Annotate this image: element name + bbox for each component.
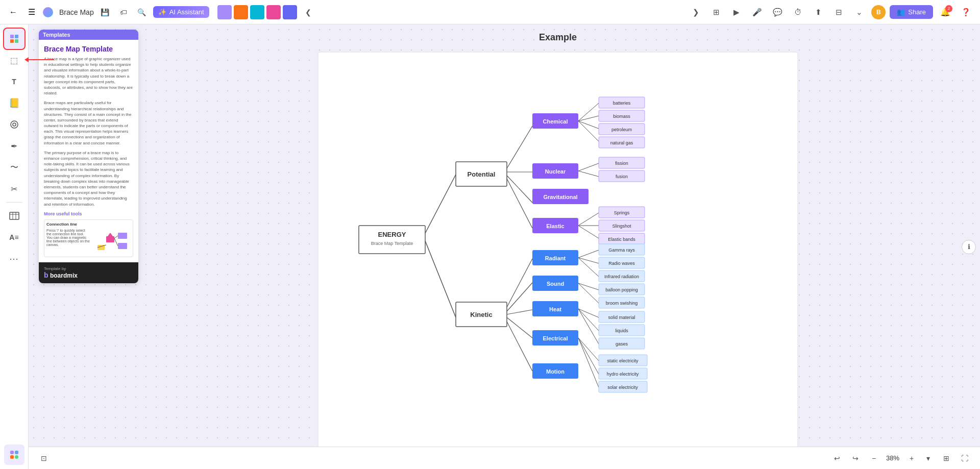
present-button[interactable]: ⊡ bbox=[37, 451, 51, 465]
svg-text:Motion: Motion bbox=[546, 368, 565, 375]
sidebar-item-table[interactable] bbox=[4, 206, 24, 226]
expand-button[interactable]: ❯ bbox=[688, 4, 704, 20]
share-icon: 👥 bbox=[897, 8, 905, 16]
collapse-button[interactable]: ❮ bbox=[301, 5, 315, 19]
svg-rect-10 bbox=[10, 451, 14, 454]
svg-text:Sound: Sound bbox=[547, 281, 564, 287]
svg-text:hydro electricity: hydro electricity bbox=[607, 372, 639, 377]
redo-button[interactable]: ↪ bbox=[848, 451, 863, 465]
svg-text:gases: gases bbox=[616, 341, 628, 347]
svg-text:Nuclear: Nuclear bbox=[545, 168, 566, 175]
sidebar-item-note[interactable]: 📒 bbox=[4, 93, 24, 113]
zoom-level[interactable]: 38% bbox=[883, 453, 902, 463]
play-button[interactable]: ▶ bbox=[728, 4, 745, 20]
main-layout: ⬚ T 📒 ✒ 〜 ✂ A≡ ··· bbox=[0, 24, 980, 469]
grid-button[interactable]: ⊞ bbox=[708, 4, 724, 20]
tag-button[interactable]: 🏷 bbox=[116, 5, 131, 19]
zoom-out-button[interactable]: − bbox=[867, 451, 881, 465]
svg-text:Slingshot: Slingshot bbox=[612, 224, 631, 229]
svg-text:Radio waves: Radio waves bbox=[608, 261, 635, 266]
svg-rect-3 bbox=[15, 39, 18, 43]
tab-4[interactable] bbox=[266, 5, 281, 19]
doc-title: Brace Map bbox=[59, 8, 94, 16]
template-panel-body: Brace Map Template A brace map is a type… bbox=[39, 40, 138, 262]
templates-icon bbox=[9, 34, 19, 44]
sidebar-item-shapes[interactable] bbox=[4, 114, 24, 135]
sidebar-item-dots[interactable]: ··· bbox=[4, 249, 24, 269]
fit-screen-button[interactable]: ⊞ bbox=[939, 451, 953, 465]
fullscreen-button[interactable]: ⛶ bbox=[958, 451, 972, 465]
svg-text:fission: fission bbox=[615, 161, 628, 166]
chevron-button[interactable]: ⌄ bbox=[851, 4, 867, 20]
svg-text:balloon popping: balloon popping bbox=[605, 287, 638, 292]
menu-button[interactable]: ☰ bbox=[24, 5, 39, 19]
tab-1[interactable] bbox=[217, 5, 232, 19]
svg-text:Elastic bands: Elastic bands bbox=[608, 237, 635, 242]
table-icon bbox=[9, 212, 19, 220]
svg-rect-11 bbox=[15, 451, 18, 454]
canvas-area[interactable]: Templates Brace Map Template A brace map… bbox=[29, 24, 980, 469]
tab-2[interactable] bbox=[234, 5, 248, 19]
sidebar-item-textbox[interactable]: A≡ bbox=[4, 227, 24, 248]
help-button[interactable]: ❓ bbox=[958, 4, 974, 20]
svg-text:liquids: liquids bbox=[615, 328, 628, 333]
zoom-dropdown-button[interactable]: ▾ bbox=[921, 451, 935, 465]
template-panel-header: Templates bbox=[39, 30, 138, 40]
template-desc3: The primary purpose of a brace map is to… bbox=[44, 150, 133, 207]
tab-3[interactable] bbox=[250, 5, 264, 19]
sidebar-item-pen[interactable]: ✒ bbox=[4, 136, 24, 156]
zoom-in-button[interactable]: + bbox=[904, 451, 919, 465]
footer-template-text: Template by bbox=[44, 266, 78, 271]
header-left: ← ☰ Brace Map 💾 🏷 🔍 ✨ AI Assistant ❮ bbox=[6, 5, 315, 19]
template-footer: Template by b boardmix bbox=[39, 262, 138, 283]
brace-map-svg: ENERGY Brace Map Template Potential Chem… bbox=[313, 47, 803, 465]
svg-point-13 bbox=[15, 455, 18, 459]
sidebar-item-text[interactable]: T bbox=[4, 71, 24, 92]
info-button[interactable]: ℹ bbox=[962, 240, 976, 254]
comment-button[interactable]: 💬 bbox=[769, 4, 786, 20]
bottom-right: ↩ ↪ − 38% + ▾ ⊞ ⛶ bbox=[830, 451, 972, 465]
svg-rect-16 bbox=[118, 233, 127, 239]
layout-button[interactable]: ⊟ bbox=[830, 4, 847, 20]
timer-button[interactable]: ⏱ bbox=[790, 4, 806, 20]
svg-text:petroleum: petroleum bbox=[611, 127, 632, 132]
svg-text:Heat: Heat bbox=[549, 306, 561, 312]
sidebar-item-scissors[interactable]: ✂ bbox=[4, 179, 24, 199]
template-title: Brace Map Template bbox=[44, 45, 133, 53]
save-button[interactable]: 💾 bbox=[98, 5, 112, 19]
svg-rect-1 bbox=[15, 35, 18, 38]
template-tool-card: Connection line Press '/' to quickly sel… bbox=[44, 219, 133, 257]
export-button[interactable]: ⬆ bbox=[810, 4, 826, 20]
template-desc: A brace map is a type of graphic organiz… bbox=[44, 56, 133, 96]
svg-rect-0 bbox=[10, 35, 14, 38]
share-button[interactable]: 👥 Share bbox=[890, 5, 933, 19]
tool-content: Press '/' to quickly select the connecti… bbox=[46, 229, 131, 255]
voice-button[interactable]: 🎤 bbox=[749, 4, 765, 20]
svg-text:broom swishing: broom swishing bbox=[606, 301, 638, 306]
notification-badge: 2 bbox=[945, 5, 952, 12]
sidebar-item-library[interactable] bbox=[4, 445, 24, 465]
svg-point-4 bbox=[11, 121, 18, 128]
back-button[interactable]: ← bbox=[6, 5, 20, 19]
svg-rect-17 bbox=[118, 243, 127, 249]
svg-line-19 bbox=[114, 236, 118, 238]
sidebar-item-templates[interactable] bbox=[4, 29, 24, 49]
tool-diagram-svg bbox=[95, 229, 131, 254]
undo-button[interactable]: ↩ bbox=[830, 451, 844, 465]
arrow-head bbox=[24, 57, 29, 62]
logo-icon: b bbox=[44, 271, 48, 279]
mini-diagram bbox=[95, 229, 131, 255]
red-arrow bbox=[29, 59, 54, 60]
template-desc2: Brace maps are particularly useful for u… bbox=[44, 100, 133, 146]
sidebar-item-frame[interactable]: ⬚ bbox=[4, 50, 24, 70]
search-button[interactable]: 🔍 bbox=[135, 5, 149, 19]
notification-button[interactable]: 🔔 2 bbox=[937, 4, 953, 20]
footer-content: Template by b boardmix bbox=[44, 266, 78, 279]
library-icon bbox=[9, 449, 20, 460]
zoom-control: − 38% + ▾ bbox=[867, 451, 935, 465]
ai-assistant-button[interactable]: ✨ AI Assistant bbox=[153, 6, 209, 18]
svg-text:Infrared radiation: Infrared radiation bbox=[604, 274, 639, 279]
sidebar-item-freehand[interactable]: 〜 bbox=[4, 157, 24, 178]
tool-name: Connection line bbox=[46, 222, 131, 227]
tab-5[interactable] bbox=[283, 5, 297, 19]
